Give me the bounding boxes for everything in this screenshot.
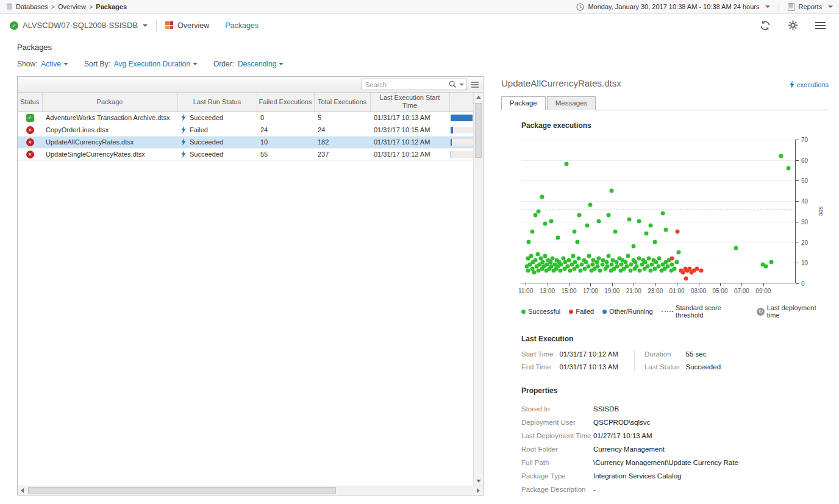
data-point-successful[interactable] — [649, 224, 653, 228]
tab-messages[interactable]: Messages — [547, 96, 596, 110]
gear-icon[interactable] — [788, 20, 798, 30]
data-point-successful[interactable] — [558, 268, 562, 272]
data-point-successful[interactable] — [734, 246, 738, 250]
reports-menu[interactable]: Reports — [798, 3, 822, 10]
data-point-successful[interactable] — [600, 262, 604, 266]
breadcrumb-databases[interactable]: Databases — [16, 3, 58, 10]
data-point-successful[interactable] — [637, 219, 641, 224]
data-point-successful[interactable] — [549, 219, 554, 224]
column-header[interactable]: Package — [42, 93, 177, 112]
data-point-successful[interactable] — [674, 260, 679, 264]
scroll-down-button[interactable] — [474, 477, 483, 486]
server-selector[interactable]: ALVSCDW07-SQL2008-SSISDB — [23, 21, 138, 30]
scroll-left-button[interactable] — [18, 486, 27, 495]
data-point-successful[interactable] — [663, 227, 668, 232]
data-point-failed[interactable] — [684, 277, 688, 281]
data-point-successful[interactable] — [657, 256, 662, 260]
data-point-successful[interactable] — [649, 268, 653, 272]
show-dropdown[interactable]: Active — [41, 60, 68, 68]
data-point-successful[interactable] — [565, 162, 569, 166]
nav-packages[interactable]: Packages — [225, 21, 259, 30]
data-point-successful[interactable] — [660, 211, 665, 215]
data-point-successful[interactable] — [677, 250, 681, 254]
data-point-successful[interactable] — [572, 230, 576, 234]
horizontal-scroll-thumb[interactable] — [28, 487, 336, 494]
data-point-failed[interactable] — [670, 256, 674, 260]
data-point-successful[interactable] — [587, 254, 591, 258]
data-point-successful[interactable] — [585, 224, 589, 228]
refresh-icon[interactable] — [760, 21, 771, 30]
scroll-right-button[interactable] — [474, 486, 483, 495]
data-point-successful[interactable] — [629, 262, 634, 266]
data-point-successful[interactable] — [787, 166, 791, 171]
data-point-successful[interactable] — [615, 264, 619, 269]
data-point-successful[interactable] — [598, 268, 602, 272]
data-point-successful[interactable] — [656, 264, 660, 269]
data-point-successful[interactable] — [566, 258, 571, 263]
chevron-down-icon[interactable] — [143, 24, 148, 27]
data-point-successful[interactable] — [537, 209, 541, 213]
column-header[interactable] — [449, 93, 473, 112]
data-point-successful[interactable] — [673, 266, 677, 271]
vertical-scrollbar[interactable] — [473, 93, 483, 486]
data-point-successful[interactable] — [764, 264, 768, 269]
data-point-successful[interactable] — [533, 258, 537, 263]
data-point-successful[interactable] — [610, 188, 614, 193]
column-header[interactable]: Failed Executions — [257, 93, 314, 112]
table-row[interactable]: ✕UpdateSingleCurrencyRates.dtsxSucceeded… — [18, 148, 473, 160]
data-point-successful[interactable] — [666, 264, 670, 269]
data-point-failed[interactable] — [695, 266, 699, 271]
menu-icon[interactable] — [815, 22, 826, 29]
data-point-successful[interactable] — [535, 252, 540, 257]
data-point-successful[interactable] — [529, 254, 533, 258]
data-point-successful[interactable] — [586, 264, 590, 269]
data-point-successful[interactable] — [532, 271, 537, 275]
data-point-successful[interactable] — [613, 230, 617, 234]
tab-package[interactable]: Package — [501, 96, 546, 110]
data-point-successful[interactable] — [627, 217, 631, 221]
data-point-successful[interactable] — [625, 264, 629, 269]
data-point-successful[interactable] — [638, 268, 642, 272]
data-point-successful[interactable] — [533, 213, 537, 218]
data-point-failed[interactable] — [676, 230, 680, 234]
nav-overview[interactable]: Overview — [165, 21, 209, 30]
column-header[interactable]: Last Run Status — [177, 93, 257, 112]
table-row[interactable]: ✓AdventureWorks Transaction Archive.dtsx… — [18, 112, 473, 124]
data-point-successful[interactable] — [530, 230, 534, 234]
data-point-successful[interactable] — [543, 221, 547, 225]
data-point-successful[interactable] — [646, 256, 651, 260]
data-point-successful[interactable] — [597, 219, 601, 224]
data-point-successful[interactable] — [575, 264, 579, 269]
data-point-successful[interactable] — [571, 254, 575, 258]
executions-link[interactable]: executions — [790, 81, 829, 88]
search-input[interactable] — [365, 81, 449, 88]
table-row[interactable]: ✕CopyOrderLines.dtsxFailed242401/31/17 1… — [18, 124, 473, 136]
data-point-successful[interactable] — [577, 213, 582, 218]
data-point-successful[interactable] — [575, 240, 579, 244]
scroll-up-button[interactable] — [474, 93, 483, 102]
column-chooser-icon[interactable] — [470, 80, 480, 89]
lightning-icon[interactable] — [181, 126, 186, 133]
data-point-successful[interactable] — [597, 256, 601, 260]
column-header[interactable]: Last Execution Start Time — [370, 93, 449, 112]
data-point-successful[interactable] — [576, 256, 580, 260]
breadcrumb-overview[interactable]: Overview — [58, 3, 96, 10]
data-point-successful[interactable] — [626, 254, 630, 258]
data-point-successful[interactable] — [631, 244, 635, 248]
data-point-successful[interactable] — [579, 268, 583, 272]
sort-by-dropdown[interactable]: Avg Execution Duration — [114, 60, 198, 68]
data-point-successful[interactable] — [645, 264, 649, 269]
vertical-scroll-thumb[interactable] — [475, 103, 482, 158]
time-range-selector[interactable]: Monday, January 30, 2017 10:38 AM - 10:3… — [588, 3, 759, 10]
data-point-successful[interactable] — [605, 264, 610, 269]
data-point-successful[interactable] — [635, 264, 639, 269]
data-point-successful[interactable] — [568, 268, 572, 272]
data-point-successful[interactable] — [653, 240, 657, 244]
lightning-icon[interactable] — [181, 151, 186, 158]
data-point-successful[interactable] — [637, 256, 641, 260]
lightning-icon[interactable] — [181, 138, 186, 146]
order-dropdown[interactable]: Descending — [238, 60, 284, 68]
data-point-successful[interactable] — [588, 203, 593, 207]
data-point-successful[interactable] — [559, 262, 563, 266]
table-row[interactable]: ✕UpdateAllCurrencyRates.dtsxSucceeded101… — [18, 136, 473, 148]
